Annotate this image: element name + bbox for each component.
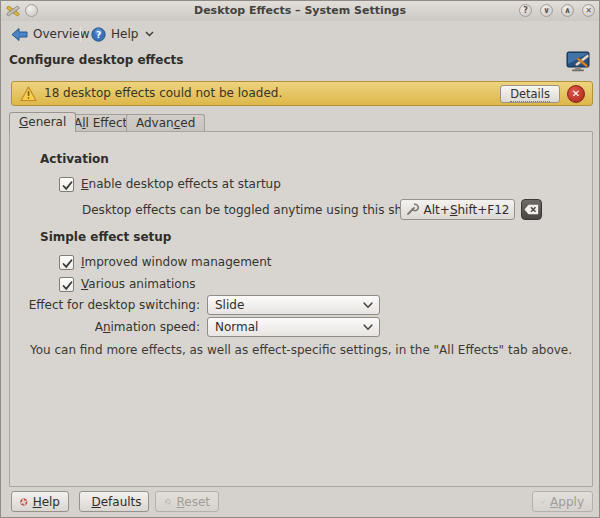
enable-effects-label[interactable]: Enable desktop effects at startup [81,177,281,191]
window-icon [5,3,21,19]
animation-speed-select[interactable]: Normal [207,317,380,337]
help-label: Help [111,27,138,41]
help-menu-button[interactable]: ? Help [87,23,158,45]
apply-button-label: Apply [550,495,584,509]
animation-speed-label: Animation speed: [10,317,200,337]
checkmark-icon [61,257,74,270]
enable-effects-checkbox[interactable] [59,177,74,192]
toolbar: Overview ? Help [1,21,599,47]
improved-wm-checkbox[interactable] [59,255,74,270]
switching-effect-value: Slide [215,298,244,312]
chevron-down-icon [363,302,373,309]
various-animations-label[interactable]: Various animations [81,277,196,291]
chevron-down-icon [363,324,373,331]
various-animations-row: Various animations [59,276,196,292]
simple-setup-heading: Simple effect setup [40,230,171,244]
help-button-label: Help [33,495,60,509]
switching-effect-select[interactable]: Slide [207,295,380,315]
chevron-down-icon [145,31,154,37]
window-title: Desktop Effects – System Settings [101,1,499,21]
toolbar-separator [80,27,81,42]
details-button[interactable]: Details [500,85,560,103]
shortcut-label: Desktop effects can be toggled anytime u… [82,200,442,220]
warning-banner: 18 desktop effects could not be loaded. … [11,81,593,106]
help-icon: ? [91,27,106,42]
more-effects-note: You can find more effects, as well as ef… [10,343,592,357]
checkmark-icon [61,179,74,192]
tab-advanced[interactable]: Advanced [126,114,205,132]
window-help-button[interactable]: ? [519,4,532,17]
help-button[interactable]: Help [11,491,69,512]
warning-close-button[interactable]: ✕ [567,85,585,103]
reset-undo-icon [164,495,171,508]
animation-speed-value: Normal [215,320,258,334]
titlebar[interactable]: Desktop Effects – System Settings ? ∨ ∧ … [1,1,599,21]
wrench-icon [406,203,419,216]
backspace-icon [524,204,539,215]
switching-effect-label: Effect for desktop switching: [10,295,200,315]
window-close-button[interactable]: ✕ [582,4,595,17]
lifebuoy-icon [20,495,28,509]
window-shade-button[interactable]: ∨ [540,4,553,17]
improved-wm-label[interactable]: Improved window management [81,255,272,269]
warning-icon [20,86,37,102]
system-settings-window: Desktop Effects – System Settings ? ∨ ∧ … [0,0,600,518]
window-maximize-button[interactable]: ∧ [561,4,574,17]
various-animations-checkbox[interactable] [59,277,74,292]
defaults-button[interactable]: Defaults [79,491,149,512]
apply-button[interactable]: Apply [532,491,593,512]
tab-general[interactable]: General [9,112,76,132]
back-arrow-icon [11,27,28,42]
page-title: Configure desktop effects [9,53,183,67]
shortcut-button[interactable]: Alt+Shift+F12 [400,199,515,220]
enable-effects-row: Enable desktop effects at startup [59,176,281,192]
svg-text:?: ? [96,30,101,40]
defaults-button-label: Defaults [91,495,141,509]
titlebar-sticky-button[interactable] [25,4,38,17]
desktop-effects-icon [566,50,591,72]
checkmark-icon [61,279,74,292]
general-tab-panel: Activation Enable desktop effects at sta… [9,131,593,487]
shortcut-value: Alt+Shift+F12 [424,203,510,217]
warning-message: 18 desktop effects could not be loaded. [44,82,282,105]
details-label: Details [510,87,550,102]
activation-heading: Activation [40,152,109,166]
overview-label: Overview [33,27,90,41]
apply-check-icon [541,496,545,508]
reset-button[interactable]: Reset [155,491,219,512]
reset-button-label: Reset [176,495,210,509]
improved-wm-row: Improved window management [59,254,272,270]
window-controls: ? ∨ ∧ ✕ [519,4,595,17]
shortcut-clear-button[interactable] [521,199,542,220]
